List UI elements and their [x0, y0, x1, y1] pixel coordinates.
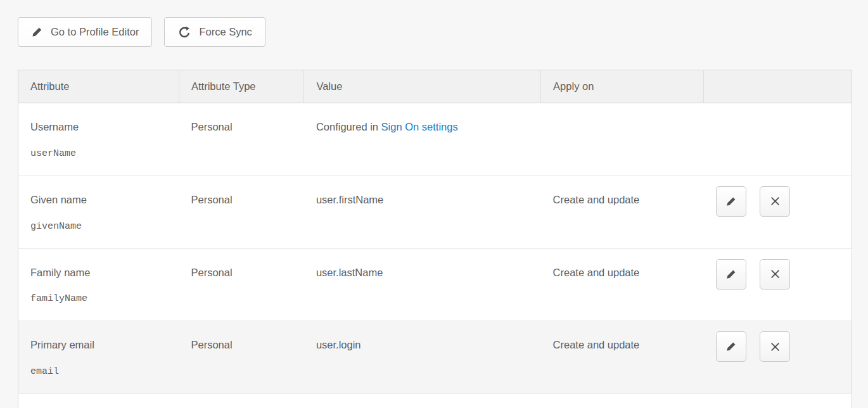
delete-attribute-button[interactable]: [760, 186, 790, 217]
column-header-actions: [703, 70, 852, 103]
pencil-icon: [725, 341, 737, 352]
table-header: Attribute Attribute Type Value Apply on: [18, 70, 852, 103]
delete-attribute-button[interactable]: [760, 259, 790, 290]
x-icon: [770, 196, 781, 207]
attribute-type-cell: Personal: [179, 321, 303, 394]
go-to-profile-editor-label: Go to Profile Editor: [51, 26, 139, 38]
pencil-icon: [725, 269, 737, 280]
apply-on-value: Create and update: [553, 267, 640, 278]
value-cell: user.firstName: [304, 175, 541, 248]
attribute-variable-name: email: [30, 366, 174, 378]
toolbar: Go to Profile Editor Force Sync: [18, 17, 852, 47]
apply-on-cell: Create and update: [541, 321, 704, 394]
force-sync-label: Force Sync: [199, 26, 252, 38]
attribute-variable-name: userName: [30, 148, 174, 160]
attribute-type-cell: Personal: [179, 175, 303, 248]
apply-on-cell: Create and update: [541, 175, 704, 248]
attribute-type-cell: Personal: [179, 248, 303, 321]
attribute-display-name: Given name: [30, 194, 174, 207]
value-cell: Configured in Sign On settings: [304, 103, 541, 176]
attribute-variable-name: familyName: [30, 293, 174, 305]
attribute-variable-name: givenName: [30, 221, 174, 233]
attribute-type-cell: Personal: [179, 103, 303, 176]
table-row: Username userName Personal Configured in…: [18, 103, 852, 176]
table-row: Primary email email Personal user.login …: [18, 321, 852, 394]
edit-attribute-button[interactable]: [716, 186, 746, 217]
apply-on-value: Create and update: [553, 339, 640, 350]
sign-on-settings-link[interactable]: Sign On settings: [381, 121, 458, 132]
x-icon: [770, 341, 781, 352]
value-cell: user.lastName: [304, 248, 541, 321]
attribute-display-name: Username: [30, 121, 174, 134]
table-row: Family name familyName Personal user.las…: [18, 248, 852, 321]
apply-on-cell: Create and update: [541, 248, 704, 321]
apply-on-value: Create and update: [553, 194, 640, 205]
edit-attribute-button[interactable]: [716, 331, 746, 362]
refresh-icon: [177, 25, 191, 39]
column-header-value: Value: [304, 70, 541, 103]
partial-row: [18, 394, 852, 408]
apply-on-cell: [541, 103, 704, 176]
column-header-attribute: Attribute: [18, 70, 179, 103]
table-row: Given name givenName Personal user.first…: [18, 175, 852, 248]
attribute-type-value: Personal: [191, 267, 232, 278]
attribute-cell: Family name familyName: [18, 248, 179, 321]
value-expression: user.firstName: [316, 194, 383, 205]
x-icon: [770, 269, 781, 279]
actions-cell: [703, 321, 852, 394]
value-prefix-text: Configured in: [316, 121, 381, 132]
value-cell: user.login: [304, 321, 541, 394]
column-header-attribute-type: Attribute Type: [179, 70, 303, 103]
value-expression: user.login: [316, 339, 361, 350]
attribute-mappings-table: Attribute Attribute Type Value Apply on …: [18, 70, 852, 408]
attribute-mappings-page: Go to Profile Editor Force Sync Attribut…: [0, 0, 868, 408]
column-header-apply-on: Apply on: [541, 70, 704, 103]
go-to-profile-editor-button[interactable]: Go to Profile Editor: [18, 17, 152, 47]
delete-attribute-button[interactable]: [760, 331, 790, 362]
attribute-type-value: Personal: [191, 194, 232, 205]
attribute-type-value: Personal: [191, 339, 232, 350]
attribute-display-name: Family name: [30, 267, 174, 279]
pencil-icon: [31, 26, 43, 38]
force-sync-button[interactable]: Force Sync: [164, 17, 265, 47]
attribute-cell: Given name givenName: [18, 175, 179, 248]
attribute-cell: Primary email email: [18, 321, 179, 394]
attribute-display-name: Primary email: [30, 339, 174, 352]
actions-cell: [703, 248, 852, 321]
edit-attribute-button[interactable]: [716, 259, 746, 290]
value-expression: user.lastName: [316, 267, 383, 278]
attribute-type-value: Personal: [191, 121, 232, 132]
actions-cell: [703, 103, 852, 176]
attribute-cell: Username userName: [18, 103, 179, 176]
actions-cell: [703, 175, 852, 248]
table-body: Username userName Personal Configured in…: [18, 103, 852, 408]
pencil-icon: [725, 196, 737, 207]
